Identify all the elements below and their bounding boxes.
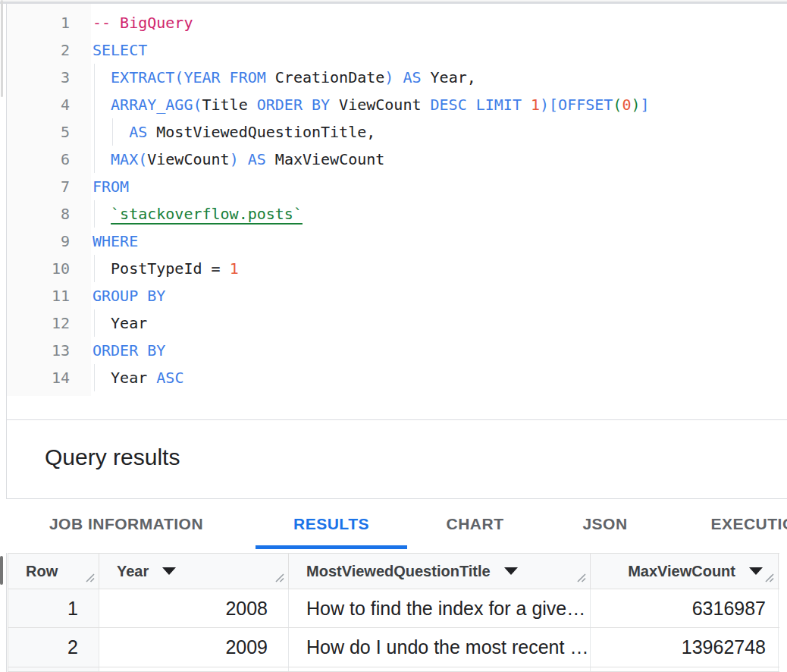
tab-execution-details[interactable]: EXECUTION DETAILS [682, 499, 787, 549]
code-token: ) [631, 96, 640, 114]
code-text: EXTRACT(YEAR FROM CreationDate) AS Year, [111, 64, 476, 91]
code-line[interactable]: 3EXTRACT(YEAR FROM CreationDate) AS Year… [7, 64, 787, 91]
table-reference-link[interactable]: `stackoverflow.posts` [111, 205, 303, 223]
code-line[interactable]: 2SELECT [7, 36, 787, 64]
code-text: ARRAY_AGG(Title ORDER BY ViewCount DESC … [111, 91, 649, 118]
column-resize-grip-icon[interactable] [575, 569, 588, 586]
table-cell [591, 667, 779, 671]
table-header-row: RowYearMostViewedQuestionTitleMaxViewCou… [8, 553, 779, 589]
table-cell: 2009 [99, 628, 289, 667]
code-token: AS [248, 150, 266, 168]
sql-editor[interactable]: 1-- BigQuery2SELECT3EXTRACT(YEAR FROM Cr… [7, 4, 787, 419]
editor-scrollbar-thumb[interactable] [1, 0, 3, 97]
code-token: Title [202, 96, 257, 114]
code-token: ORDER BY [92, 341, 165, 360]
bigquery-panel: 1-- BigQuery2SELECT3EXTRACT(YEAR FROM Cr… [0, 0, 787, 672]
table-cell: 2008 [99, 589, 289, 627]
table-cell: How to find the index for a give… [289, 589, 591, 627]
line-number: 5 [7, 118, 70, 146]
line-number: 9 [7, 228, 70, 255]
row-number-cell: 2 [8, 628, 99, 667]
code-token [394, 68, 403, 86]
code-line[interactable]: 7FROM [7, 173, 787, 200]
code-lines[interactable]: 1-- BigQuery2SELECT3EXTRACT(YEAR FROM Cr… [7, 9, 787, 391]
column-header-label: Year [117, 563, 149, 580]
column-header-year[interactable]: Year [99, 554, 289, 589]
tab-json[interactable]: JSON [543, 499, 667, 549]
table-cell: 6316987 [591, 589, 779, 627]
code-text: Year [111, 309, 147, 337]
column-resize-grip-icon[interactable] [84, 569, 96, 586]
code-token: ) [384, 68, 394, 86]
code-token: Year, [422, 68, 476, 86]
column-header-label: Row [26, 563, 58, 580]
active-tab-underline [256, 545, 407, 549]
table-row: 12008How to find the index for a give…63… [8, 589, 779, 628]
line-number: 11 [7, 282, 70, 309]
code-token: 1 [531, 96, 540, 114]
code-token: AS [403, 68, 421, 86]
code-token: ] [641, 96, 650, 114]
column-header-maxviewcount[interactable]: MaxViewCount [591, 554, 779, 589]
column-menu-caret-icon[interactable] [162, 567, 176, 575]
code-text: WHERE [92, 228, 138, 255]
code-line[interactable]: 9WHERE [7, 228, 787, 255]
code-text: -- BigQuery [92, 9, 193, 36]
code-token: SELECT [92, 41, 147, 59]
tab-job-information[interactable]: JOB INFORMATION [10, 499, 243, 549]
column-menu-caret-icon[interactable] [749, 567, 763, 575]
editor-results-divider [7, 419, 787, 420]
code-text: FROM [92, 173, 129, 200]
column-header-mostviewedquestiontitle[interactable]: MostViewedQuestionTitle [289, 554, 591, 589]
results-scrollbar-thumb[interactable] [0, 556, 3, 585]
table-cell: 13962748 [591, 628, 779, 667]
code-token: MAX( [111, 150, 147, 168]
code-token: 0 [622, 96, 631, 114]
table-cell: How do I undo the most recent … [289, 628, 591, 667]
line-number: 1 [7, 9, 70, 36]
code-text: `stackoverflow.posts` [111, 200, 303, 228]
code-line[interactable]: 13ORDER BY [7, 337, 787, 364]
code-line[interactable]: 12Year [7, 309, 787, 337]
code-token: )[OFFSET [540, 96, 613, 114]
code-line[interactable]: 1-- BigQuery [7, 9, 787, 36]
code-line[interactable]: 4ARRAY_AGG(Title ORDER BY ViewCount DESC… [7, 91, 787, 118]
code-text: SELECT [92, 36, 147, 64]
column-resize-grip-icon[interactable] [274, 569, 286, 586]
column-header-row[interactable]: Row [8, 554, 99, 589]
line-number: 2 [7, 36, 70, 64]
row-number-cell [8, 667, 99, 671]
code-token: ViewCount [147, 150, 229, 168]
code-line[interactable]: 5AS MostViewedQuestionTitle, [7, 118, 787, 146]
code-token: DESC LIMIT [431, 96, 531, 114]
code-line[interactable]: 14Year ASC [7, 364, 787, 391]
code-token: ) [230, 150, 239, 168]
code-line[interactable]: 11GROUP BY [7, 282, 787, 309]
column-header-label: MostViewedQuestionTitle [306, 563, 491, 580]
column-resize-grip-icon[interactable] [763, 569, 776, 586]
indent-guide [94, 200, 95, 228]
code-token: WHERE [92, 232, 138, 250]
code-text: MAX(ViewCount) AS MaxViewCount [111, 146, 384, 173]
table-row: 22009How do I undo the most recent …1396… [8, 628, 779, 667]
indent-guide [94, 91, 95, 118]
tab-results[interactable]: RESULTS [256, 499, 407, 549]
code-token: GROUP BY [92, 287, 165, 305]
tab-chart[interactable]: CHART [407, 499, 543, 549]
code-token: ASC [156, 369, 183, 387]
indent-guide [94, 64, 95, 91]
code-token: ViewCount [330, 96, 430, 114]
row-number-cell: 1 [8, 589, 99, 627]
code-token: -- BigQuery [92, 14, 193, 32]
indent-guide [94, 146, 95, 173]
line-number: 12 [7, 309, 70, 337]
code-line[interactable]: 10PostTypeId = 1 [7, 255, 787, 282]
code-token: FROM [92, 177, 129, 196]
indent-guide [94, 364, 95, 391]
code-token [239, 150, 248, 168]
code-token: Year [111, 369, 156, 387]
code-line[interactable]: 8`stackoverflow.posts` [7, 200, 787, 228]
code-token: Year [111, 314, 147, 332]
code-line[interactable]: 6MAX(ViewCount) AS MaxViewCount [7, 146, 787, 173]
column-menu-caret-icon[interactable] [504, 567, 518, 575]
